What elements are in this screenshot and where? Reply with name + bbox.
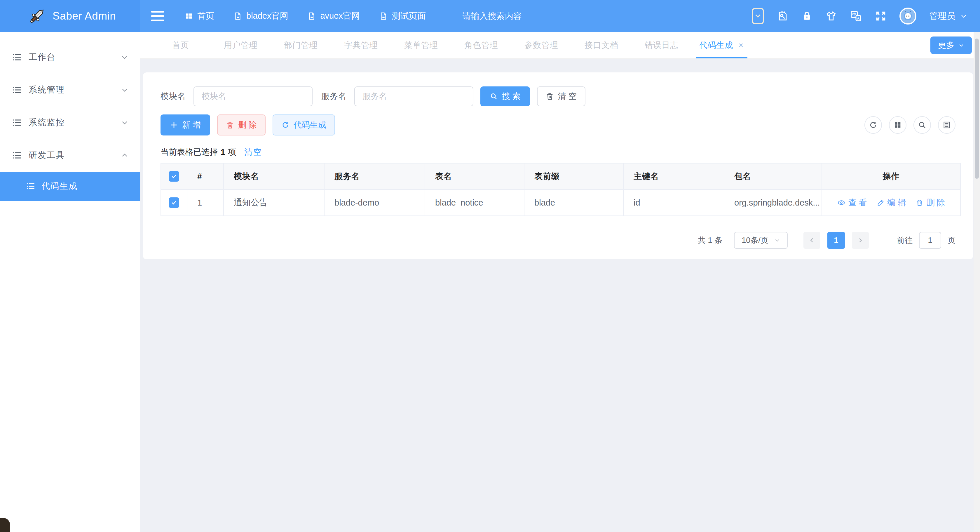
edit-link[interactable]: 编 辑 [877,197,906,208]
page-size-value: 10条/页 [741,235,768,245]
chevron-down-icon [121,119,129,126]
lock-icon[interactable] [802,11,813,22]
theme-tshirt-icon[interactable] [825,10,837,22]
document-icon [307,12,316,21]
service-name-label: 服务名 [321,91,347,102]
tab-label: 接口文档 [585,40,619,51]
sidebar: Saber Admin 工作台 [0,0,140,532]
toggle-search-icon-button[interactable] [913,116,931,134]
global-search-input[interactable] [463,11,585,21]
row-operations: 查 看 编 辑 [822,197,960,208]
clear-button[interactable]: 清 空 [537,86,585,106]
tab-label: 角色管理 [464,40,498,51]
tab-code-generation[interactable]: 代码生成 [692,32,752,58]
sidebar-item-code-generation[interactable]: 代码生成 [0,172,140,201]
tab-role-management[interactable]: 角色管理 [451,32,511,58]
list-icon [12,117,22,128]
eye-icon [837,199,845,207]
add-button[interactable]: 新 增 [161,115,210,135]
sword-logo-icon [28,7,46,25]
goto-page-input[interactable] [919,232,941,249]
chevron-down-icon [121,86,129,94]
more-tabs-button[interactable]: 更多 [931,37,972,54]
row-checkbox[interactable] [169,198,179,208]
page-scrollbar [974,32,980,532]
tab-api-docs[interactable]: 接口文档 [571,32,632,58]
user-menu[interactable]: 管理员 [929,10,967,22]
tab-home[interactable]: 首页 [151,32,211,58]
collapse-menu-icon[interactable] [150,9,166,23]
select-all-checkbox[interactable] [169,171,179,182]
column-header-service: 服务名 [324,163,425,190]
clear-selection-link[interactable]: 清空 [245,147,262,158]
sidebar-item-workbench[interactable]: 工作台 [0,41,140,73]
top-nav-bladex[interactable]: bladex官网 [234,10,288,22]
delete-button[interactable]: 删 除 [217,115,266,135]
goto-unit-label: 页 [948,235,956,245]
sidebar-item-system-management[interactable]: 系统管理 [0,73,140,106]
translate-icon[interactable]: 中 A [850,10,862,22]
next-page-button[interactable] [852,232,869,249]
column-header-table: 表名 [425,163,524,190]
crud-tools [864,116,956,134]
top-nav-label: 测试页面 [392,10,426,22]
column-header-operations: 操作 [822,163,961,190]
fullscreen-icon[interactable] [875,10,887,22]
user-avatar[interactable] [899,8,916,24]
view-link[interactable]: 查 看 [837,197,867,208]
top-nav-home[interactable]: 首页 [185,10,214,22]
trash-icon [916,199,923,206]
top-nav-avuex[interactable]: avuex官网 [307,10,360,22]
tab-error-log[interactable]: 错误日志 [632,32,692,58]
cell-package: org.springblade.desk... [724,190,822,216]
top-menu-collapse-icon[interactable] [752,8,764,24]
search-icon [490,92,498,100]
tab-user-management[interactable]: 用户管理 [211,32,271,58]
goto-label: 前往 [897,235,913,245]
tab-param-management[interactable]: 参数管理 [511,32,571,58]
tab-dict-management[interactable]: 字典管理 [331,32,391,58]
service-name-input[interactable] [354,86,473,106]
sidebar-item-system-monitor[interactable]: 系统监控 [0,106,140,139]
cell-table: blade_notice [425,190,524,216]
table-row: 1 通知公告 blade-demo blade_notice blade_ id… [161,190,961,216]
tab-menu-management[interactable]: 菜单管理 [391,32,451,58]
column-settings-icon-button[interactable] [889,116,907,134]
corner-widget [0,518,10,532]
tab-label: 首页 [172,40,189,51]
column-header-pk: 主键名 [624,163,724,190]
top-nav-test-page[interactable]: 测试页面 [379,10,426,22]
main-content: 模块名 服务名 搜 索 清 空 [140,59,980,532]
document-icon [379,12,388,21]
prev-page-button[interactable] [803,232,820,249]
code-generate-label: 代码生成 [294,119,326,131]
sidebar-item-dev-tools[interactable]: 研发工具 [0,139,140,172]
cell-prefix: blade_ [524,190,624,216]
document-icon [234,12,242,21]
scrollbar-thumb[interactable] [975,38,979,179]
trash-icon [546,92,554,100]
search-button[interactable]: 搜 索 [480,86,530,106]
module-name-input[interactable] [194,86,313,106]
tab-label: 菜单管理 [404,40,438,51]
filter-form: 模块名 服务名 搜 索 清 空 [161,86,956,106]
close-tab-icon[interactable] [738,42,744,48]
tab-dept-management[interactable]: 部门管理 [271,32,331,58]
app-logo[interactable]: Saber Admin [0,0,140,32]
code-generate-button[interactable]: 代码生成 [272,115,335,135]
add-button-label: 新 增 [182,119,201,131]
global-search [463,11,585,21]
app-title: Saber Admin [52,10,116,22]
refresh-icon [282,121,290,129]
refresh-icon-button[interactable] [864,116,882,134]
data-table: # 模块名 服务名 表名 表前缀 主键名 包名 操作 [161,163,961,216]
delete-link[interactable]: 删 除 [916,197,945,208]
grid-icon [185,12,193,21]
debug-tool-icon[interactable] [777,10,789,22]
page-number-1[interactable]: 1 [827,232,845,249]
tab-label: 代码生成 [699,40,733,51]
tab-label: 错误日志 [645,40,679,51]
menu-list-icon-button[interactable] [938,116,956,134]
table-header-row: # 模块名 服务名 表名 表前缀 主键名 包名 操作 [161,163,961,190]
page-size-select[interactable]: 10条/页 [734,232,788,249]
